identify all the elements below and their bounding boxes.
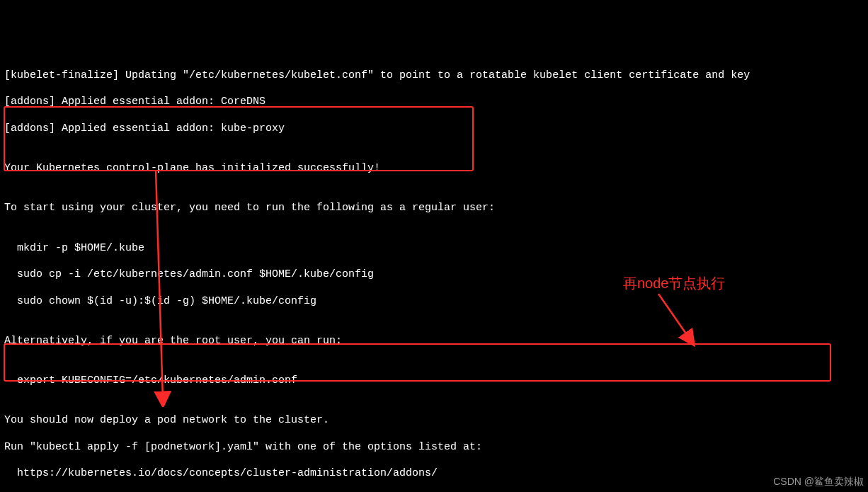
output-line: [addons] Applied essential addon: CoreDN… <box>4 96 864 109</box>
output-line: Your Kubernetes control-plane has initia… <box>4 162 864 176</box>
output-line: https://kubernetes.io/docs/concepts/clus… <box>4 467 864 481</box>
output-line: You should now deploy a pod network to t… <box>4 414 864 428</box>
output-line: export KUBECONFIG=/etc/kubernetes/admin.… <box>4 374 864 388</box>
output-line: sudo cp -i /etc/kubernetes/admin.conf $H… <box>4 268 864 282</box>
output-line: mkdir -p $HOME/.kube <box>4 242 864 256</box>
output-line: sudo chown $(id -u):$(id -g) $HOME/.kube… <box>4 295 864 309</box>
terminal-output[interactable]: [kubelet-finalize] Updating "/etc/kubern… <box>4 56 864 492</box>
annotation-text: 再node节点执行 <box>623 275 726 292</box>
watermark-text: CSDN @鲨鱼卖辣椒 <box>773 476 864 488</box>
output-line: Run "kubectl apply -f [podnetwork].yaml"… <box>4 441 864 454</box>
output-line: [kubelet-finalize] Updating "/etc/kubern… <box>4 69 864 83</box>
output-line: To start using your cluster, you need to… <box>4 202 864 215</box>
output-line: Alternatively, if you are the root user,… <box>4 335 864 348</box>
output-line: [addons] Applied essential addon: kube-p… <box>4 122 864 136</box>
